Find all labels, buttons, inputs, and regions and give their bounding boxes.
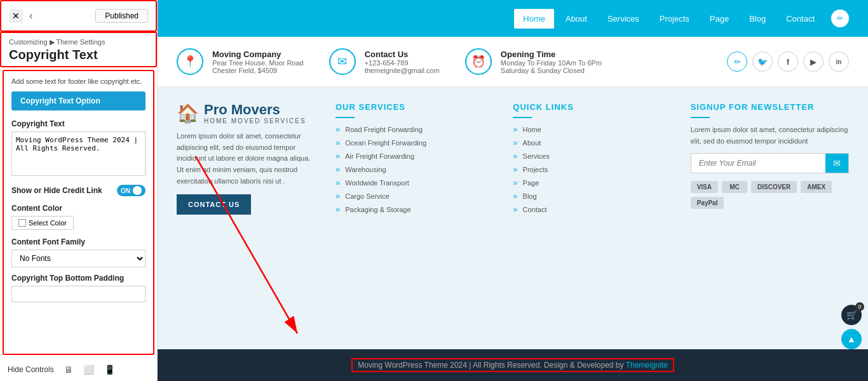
panel-header: ✕ ‹ Published — [0, 0, 157, 32]
linkedin-icon[interactable]: in — [829, 51, 849, 72]
email-input[interactable] — [691, 154, 825, 173]
edit-social-icon[interactable]: ✏ — [727, 51, 747, 72]
copyright-text-option-button[interactable]: Copyright Text Option — [11, 91, 146, 110]
published-button[interactable]: Published — [95, 9, 148, 23]
quick-link-home[interactable]: Home — [513, 124, 671, 134]
footer-col-about: 🏠 Pro Movers HOME MOVED SERVICES Lorem i… — [177, 102, 316, 334]
contact-icon: ✉ — [329, 48, 356, 75]
nav-edit-icon[interactable]: ✏ — [831, 10, 849, 27]
panel-header-left: ✕ ‹ — [9, 8, 35, 24]
quick-link-contact[interactable]: Contact — [513, 204, 671, 214]
panel-body: Add some text for footer like copyright … — [3, 70, 154, 355]
footer-logo-main: Pro Movers — [204, 102, 306, 117]
nav-link-projects[interactable]: Projects — [651, 9, 698, 29]
amex-icon: AMEX — [801, 181, 832, 193]
fab-area: 🛒 0 ▲ — [841, 305, 862, 349]
copyright-text-label: Copyright Text — [11, 119, 146, 128]
newsletter-text: Lorem ipsum dolor sit amet, consectetur … — [691, 124, 849, 147]
service-item-2[interactable]: Ocean Freight Forwarding — [336, 138, 494, 147]
site-nav: Home About Services Projects Page Blog C… — [158, 0, 868, 37]
newsletter-heading: SIGNUP FOR NEWSLETTER — [691, 102, 849, 112]
quick-divider — [513, 117, 532, 118]
service-item-5[interactable]: Worldwide Transport — [336, 178, 494, 187]
close-button[interactable]: ✕ — [9, 9, 23, 23]
preview-area: Home About Services Projects Page Blog C… — [158, 0, 868, 381]
twitter-icon[interactable]: 🐦 — [752, 51, 773, 72]
tablet-view-button[interactable]: ⬜ — [83, 364, 94, 375]
nav-link-contact[interactable]: Contact — [777, 9, 824, 29]
panel-title: Copyright Text — [9, 48, 148, 62]
info-bar: 📍 Moving Company Pear Tree House, Moor R… — [158, 37, 868, 87]
services-divider — [336, 117, 355, 118]
help-text: Add some text for footer like copyright … — [11, 77, 146, 85]
copyright-link[interactable]: Themeignite — [626, 361, 668, 370]
info-phone: +123-654-789 — [365, 59, 440, 67]
copyright-text-input[interactable]: Moving WordPress Theme 2024 | All Rights… — [11, 131, 146, 176]
info-hours-title: Opening Time — [501, 50, 602, 59]
nav-link-page[interactable]: Page — [701, 9, 738, 29]
toggle-label: Show or Hide Credit Link — [11, 186, 102, 195]
service-item-7[interactable]: Packaging & Storage — [336, 204, 494, 214]
nav-link-blog[interactable]: Blog — [740, 9, 775, 29]
toggle-state-label: ON — [121, 187, 130, 194]
address-icon: 📍 — [177, 48, 203, 75]
info-address-line2: Chester Field, $4509 — [212, 67, 304, 74]
social-icons: ✏ 🐦 f ▶ in — [727, 51, 849, 72]
scroll-up-button[interactable]: ▲ — [841, 329, 862, 349]
services-list: Road Freight Forwarding Ocean Freight Fo… — [336, 124, 494, 214]
footer-logo-sub: HOME MOVED SERVICES — [204, 117, 306, 124]
footer-bottom: Moving WordPress Theme 2024 | All Rights… — [158, 349, 868, 381]
quick-link-services[interactable]: Services — [513, 151, 671, 161]
color-swatch — [18, 219, 26, 227]
service-item-1[interactable]: Road Freight Forwarding — [336, 124, 494, 134]
info-hours: Opening Time Monday To Friday 10Am To 6P… — [501, 50, 602, 74]
info-item-address: 📍 Moving Company Pear Tree House, Moor R… — [177, 48, 304, 75]
nav-link-about[interactable]: About — [557, 9, 596, 29]
info-hours-line2: Saturday & Sunday Closed — [501, 67, 602, 74]
info-address-title: Moving Company — [212, 50, 304, 59]
copyright-text: Moving WordPress Theme 2024 | All Rights… — [358, 361, 625, 370]
footer-about-text: Lorem ipsum dolor sit amet, consectetur … — [177, 131, 316, 187]
contact-us-button[interactable]: CONTACT US — [177, 194, 251, 215]
quick-link-page[interactable]: Page — [513, 178, 671, 187]
hide-controls-button[interactable]: Hide Controls — [8, 365, 54, 374]
info-item-hours: ⏰ Opening Time Monday To Friday 10Am To … — [465, 48, 602, 75]
credit-link-toggle[interactable]: ON — [117, 185, 146, 196]
payment-icons: VISA MC DISCOVER AMEX PayPal — [691, 181, 849, 209]
facebook-icon[interactable]: f — [778, 51, 798, 72]
quick-links-heading: QUICK LINKS — [513, 102, 671, 112]
quick-link-projects[interactable]: Projects — [513, 164, 671, 174]
color-label: Content Color — [11, 204, 146, 213]
nav-link-home[interactable]: Home — [514, 9, 554, 29]
quick-links-list: Home About Services Projects Page Blog C… — [513, 124, 671, 214]
font-family-select[interactable]: No Fonts — [11, 250, 146, 267]
select-color-button[interactable]: Select Color — [11, 216, 74, 230]
mastercard-icon: MC — [722, 181, 747, 193]
breadcrumb-area: Customizing ▶ Theme Settings Copyright T… — [0, 32, 157, 67]
footer-col-newsletter: SIGNUP FOR NEWSLETTER Lorem ipsum dolor … — [691, 102, 849, 334]
padding-input[interactable] — [11, 286, 146, 302]
padding-label: Copyright Top Bottom Padding — [11, 274, 146, 283]
panel-footer: Hide Controls 🖥 ⬜ 📱 — [0, 358, 157, 381]
service-item-3[interactable]: Air Freight Forwarding — [336, 151, 494, 161]
info-address-line1: Pear Tree House, Moor Road — [212, 59, 304, 67]
service-item-4[interactable]: Warehousing — [336, 164, 494, 174]
select-color-label: Select Color — [29, 219, 67, 227]
mobile-view-button[interactable]: 📱 — [104, 364, 115, 375]
services-heading: OUR SERVICES — [336, 102, 494, 112]
discover-icon: DISCOVER — [751, 181, 797, 193]
cart-badge: 0 — [855, 302, 864, 311]
visa-icon: VISA — [691, 181, 718, 193]
quick-link-about[interactable]: About — [513, 138, 671, 147]
youtube-icon[interactable]: ▶ — [803, 51, 824, 72]
info-email: themeignite@gmail.com — [365, 67, 440, 74]
back-button[interactable]: ‹ — [27, 8, 35, 24]
quick-link-blog[interactable]: Blog — [513, 191, 671, 201]
toggle-circle — [133, 186, 142, 195]
email-send-button[interactable]: ✉ — [825, 154, 848, 173]
service-item-6[interactable]: Cargo Service — [336, 191, 494, 201]
footer-col-quick: QUICK LINKS Home About Services Projects… — [513, 102, 671, 334]
info-item-contact: ✉ Contact Us +123-654-789 themeignite@gm… — [329, 48, 440, 75]
desktop-view-button[interactable]: 🖥 — [64, 364, 73, 375]
nav-link-services[interactable]: Services — [599, 9, 648, 29]
